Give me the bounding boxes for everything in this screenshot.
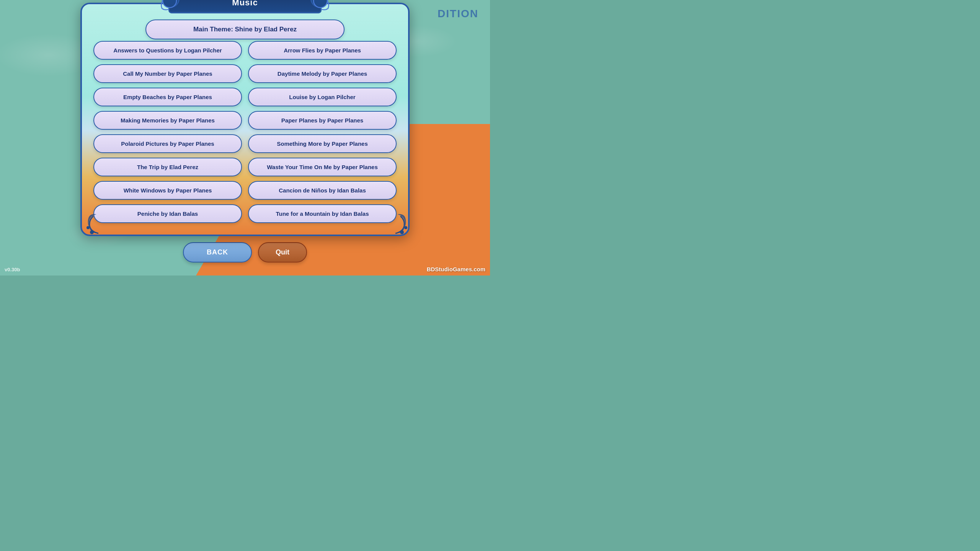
track-button-making-memories[interactable]: Making Memories by Paper Planes (93, 111, 242, 130)
track-button-tune-for-a-mountain[interactable]: Tune for a Mountain by Idan Balas (248, 204, 397, 223)
partial-text: DITION (438, 8, 479, 20)
track-button-louise[interactable]: Louise by Logan Pilcher (248, 88, 397, 106)
track-button-the-trip[interactable]: The Trip by Elad Perez (93, 158, 242, 176)
svg-point-3 (87, 226, 90, 229)
music-panel: Music Main Theme: Shine by Elad Perez An… (80, 3, 410, 262)
track-button-cancion-de-ninos[interactable]: Cancion de Niños by Idan Balas (248, 181, 397, 200)
track-button-paper-planes[interactable]: Paper Planes by Paper Planes (248, 111, 397, 130)
left-banner-decoration (158, 0, 181, 12)
panel-inner: Main Theme: Shine by Elad Perez Answers … (80, 3, 410, 236)
track-button-arrow-flies[interactable]: Arrow Flies by Paper Planes (248, 41, 397, 60)
tracks-grid: Answers to Questions by Logan PilcherArr… (93, 41, 397, 223)
bottom-right-decoration (382, 209, 405, 231)
track-button-answers-to-questions[interactable]: Answers to Questions by Logan Pilcher (93, 41, 242, 60)
track-button-white-windows[interactable]: White Windows by Paper Planes (93, 181, 242, 200)
svg-point-5 (404, 226, 407, 229)
svg-point-2 (90, 230, 94, 234)
main-theme-button[interactable]: Main Theme: Shine by Elad Perez (145, 20, 345, 39)
track-button-call-my-number[interactable]: Call My Number by Paper Planes (93, 64, 242, 83)
page-title: Music (232, 0, 258, 8)
svg-point-4 (400, 230, 404, 234)
quit-button[interactable]: Quit (258, 242, 307, 262)
bottom-left-decoration (85, 209, 108, 231)
track-button-daytime-melody[interactable]: Daytime Melody by Paper Planes (248, 64, 397, 83)
track-button-polaroid-pictures[interactable]: Polaroid Pictures by Paper Planes (93, 134, 242, 153)
svg-point-0 (163, 0, 176, 8)
back-button[interactable]: BACK (183, 242, 252, 262)
bottom-buttons: BACK Quit (80, 242, 410, 262)
version-label: v0.30b (5, 267, 20, 272)
svg-point-1 (314, 0, 327, 8)
track-button-something-more[interactable]: Something More by Paper Planes (248, 134, 397, 153)
title-banner: Music (168, 0, 322, 13)
track-button-waste-your-time[interactable]: Waste Your Time On Me by Paper Planes (248, 158, 397, 176)
track-button-empty-beaches[interactable]: Empty Beaches by Paper Planes (93, 88, 242, 106)
right-banner-decoration (309, 0, 332, 12)
branding-label: BDStudioGames.com (427, 266, 485, 272)
track-button-peniche[interactable]: Peniche by Idan Balas (93, 204, 242, 223)
